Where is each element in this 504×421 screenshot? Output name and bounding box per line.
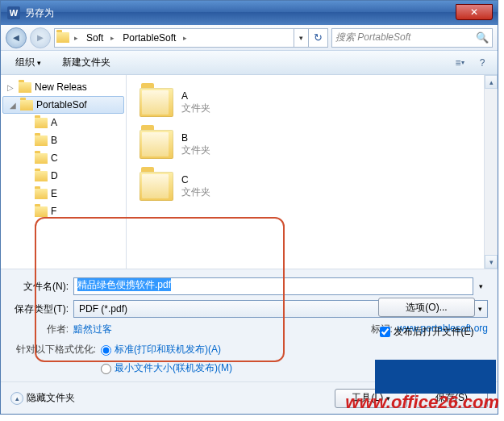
search-input[interactable]: 搜索 PortableSoft 🔍 [331,28,493,48]
folder-icon [140,130,173,159]
folder-icon [140,172,173,201]
optimize-label: 针对以下格式优化: [10,343,101,375]
breadcrumb-dropdown[interactable]: ▾ [294,29,308,47]
folder-icon [35,153,48,164]
folder-icon [140,88,173,117]
toolbar: 组织▾ 新建文件夹 ≡ ▾ ? [1,51,498,75]
chevron-right-icon[interactable]: ▸ [180,34,190,42]
chevron-up-icon: ▴ [10,392,23,405]
list-item[interactable]: B文件夹 [133,123,498,165]
scroll-up-icon[interactable]: ▴ [485,75,498,89]
options-button[interactable]: 选项(O)... [378,298,475,317]
search-icon[interactable]: 🔍 [476,31,489,44]
tree-item[interactable]: E [1,185,126,202]
collapse-icon[interactable]: ◢ [10,101,16,110]
radio-minimum[interactable]: 最小文件大小(联机发布)(M) [101,361,232,375]
radio-standard[interactable]: 标准(打印和联机发布)(A) [101,343,232,356]
new-folder-button[interactable]: 新建文件夹 [54,53,119,72]
breadcrumb-seg-portablesoft[interactable]: PortableSoft [118,29,180,47]
tree-item[interactable]: B [1,131,126,149]
open-after-checkbox[interactable]: 发布后打开文件(E) [380,325,474,339]
folder-icon [55,32,71,43]
refresh-button[interactable]: ↻ [308,28,327,48]
title-bar: W 另存为 ✕ [1,1,498,25]
folder-icon [20,100,33,110]
help-button[interactable]: ? [473,54,491,72]
author-value[interactable]: 黯然过客 [73,323,112,336]
tree-item[interactable]: A [1,114,126,131]
watermark: www.office26.com [345,392,499,413]
filename-input[interactable]: 精品绿色便携软件.pdf [73,277,473,295]
search-placeholder: 搜索 PortableSoft [335,31,476,44]
tree-item[interactable]: ◢PortableSof [2,96,124,114]
scrollbar[interactable]: ▴ ▾ [484,75,498,269]
folder-icon [35,135,48,146]
folder-icon [19,82,31,93]
forward-button[interactable]: ► [30,27,51,48]
filename-label: 文件名(N): [10,280,73,294]
scroll-down-icon[interactable]: ▾ [485,255,498,269]
folder-tree[interactable]: ▷New Releas ◢PortableSof A B C D E F [1,75,127,269]
filetype-label: 保存类型(T): [10,302,73,316]
chevron-right-icon[interactable]: ▸ [71,34,81,42]
tree-item[interactable]: ▷New Releas [1,78,126,96]
expand-icon[interactable]: ▷ [7,83,14,92]
folder-icon [35,171,48,181]
tree-item[interactable]: F [1,202,126,220]
folder-icon [35,189,48,199]
hide-folders-button[interactable]: ▴隐藏文件夹 [10,391,75,405]
author-label: 作者: [10,323,73,336]
chevron-right-icon[interactable]: ▸ [107,34,118,42]
filename-dropdown[interactable]: ▾ [473,277,488,295]
list-item[interactable]: C文件夹 [133,165,498,207]
folder-icon [35,118,48,128]
tree-item[interactable]: D [1,167,126,185]
close-button[interactable]: ✕ [456,4,493,20]
view-button[interactable]: ≡ ▾ [451,54,469,72]
app-icon: W [7,6,20,19]
window-title: 另存为 [25,6,456,20]
folder-icon [35,206,48,217]
breadcrumb[interactable]: ▸ Soft ▸ PortableSoft ▸ ▾ ↻ [54,28,328,48]
file-list[interactable]: A文件夹 B文件夹 C文件夹 ▴ ▾ [127,75,498,269]
watermark-bg [375,360,496,394]
tree-item[interactable]: C [1,149,126,167]
breadcrumb-seg-soft[interactable]: Soft [81,29,107,47]
organize-button[interactable]: 组织▾ [7,53,49,72]
list-item[interactable]: A文件夹 [133,81,498,123]
back-button[interactable]: ◄ [6,27,27,48]
nav-bar: ◄ ► ▸ Soft ▸ PortableSoft ▸ ▾ ↻ 搜索 Porta… [1,25,498,51]
